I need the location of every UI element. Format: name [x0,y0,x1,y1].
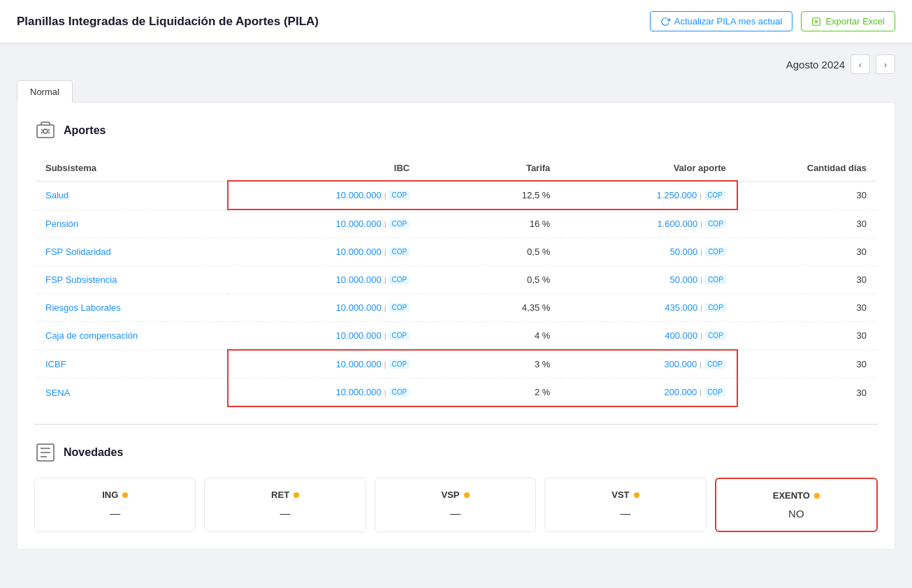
novedad-value: — [556,507,694,519]
novedad-label: VST [556,490,694,500]
table-row: Pensión10.000.000|COP16 %1.600.000|COP30 [34,210,878,238]
ibc-cell: 10.000.000|COP [228,350,421,378]
svg-point-2 [43,129,48,133]
novedad-label: EXENTO [728,490,865,501]
actualizar-button[interactable]: Actualizar PILA mes actual [650,11,793,31]
table-row: FSP Solidaridad10.000.000|COP0,5 %50.000… [34,238,878,266]
next-month-button[interactable]: › [876,54,895,74]
table-row: Caja de compensación10.000.000|COP4 %400… [34,322,878,351]
ibc-cell: 10.000.000|COP [228,210,421,238]
subsistema-cell: SENA [34,378,228,407]
novedad-card[interactable]: EXENTO NO [715,478,878,532]
valor-aporte-cell: 1.250.000|COP [561,181,737,210]
subsistema-cell: FSP Subsistencia [34,266,228,294]
status-dot [814,493,820,499]
month-label: Agosto 2024 [786,59,845,71]
tarifa-cell: 16 % [421,210,561,238]
valor-aporte-cell: 435.000|COP [561,294,737,322]
valor-aporte-cell: 50.000|COP [561,266,737,294]
header-actions: Actualizar PILA mes actual Exportar Exce… [650,11,895,31]
col-ibc: IBC [228,156,421,181]
status-dot [634,492,639,498]
tab-normal[interactable]: Normal [17,80,73,103]
tabs-bar: Normal [0,80,912,102]
cantidad-dias-cell: 30 [737,210,878,238]
novedades-header: Novedades [34,441,878,464]
col-cantidad-dias: Cantidad días [737,156,878,181]
page-title: Planillas Integradas de Liquidación de A… [17,15,319,29]
table-row: ICBF10.000.000|COP3 %300.000|COP30 [34,350,878,378]
section-divider [34,424,878,425]
subsistema-cell: Riesgos Laborales [34,294,228,322]
month-navigation: Agosto 2024 ‹ › [0,43,912,80]
novedad-label: ING [46,490,184,500]
refresh-icon [660,17,670,27]
status-dot [122,492,128,498]
ibc-cell: 10.000.000|COP [228,181,421,210]
novedades-section: Novedades ING —RET —VSP —VST —EXENTO NO [34,441,878,532]
cantidad-dias-cell: 30 [737,378,878,407]
cantidad-dias-cell: 30 [737,294,878,322]
subsistema-cell: Salud [34,181,228,210]
cantidad-dias-cell: 30 [737,181,878,210]
tarifa-cell: 4 % [421,322,561,351]
status-dot [464,492,470,498]
table-row: Salud10.000.000|COP12,5 %1.250.000|COP30 [34,181,878,210]
aportes-table-container: Subsistema IBC Tarifa Valor aporte Canti… [34,156,878,407]
ibc-cell: 10.000.000|COP [228,238,421,266]
header: Planillas Integradas de Liquidación de A… [0,0,912,43]
cantidad-dias-cell: 30 [737,350,878,378]
table-row: SENA10.000.000|COP2 %200.000|COP30 [34,378,878,407]
tarifa-cell: 0,5 % [421,238,561,266]
status-dot [294,492,299,498]
col-valor-aporte: Valor aporte [561,156,737,181]
aportes-title: Aportes [64,124,106,137]
novedad-card[interactable]: RET — [204,478,365,532]
excel-icon [811,17,821,27]
novedad-value: — [216,507,354,519]
novedad-card[interactable]: VSP — [375,478,536,532]
main-content: Aportes Subsistema IBC Tarifa Valor apor… [17,102,895,550]
exportar-button[interactable]: Exportar Excel [801,11,895,31]
subsistema-cell: ICBF [34,350,228,378]
ibc-cell: 10.000.000|COP [228,294,421,322]
valor-aporte-cell: 50.000|COP [561,238,737,266]
valor-aporte-cell: 200.000|COP [561,378,737,407]
page-wrapper: Planillas Integradas de Liquidación de A… [0,0,912,588]
ibc-cell: 10.000.000|COP [228,266,421,294]
subsistema-cell: FSP Solidaridad [34,238,228,266]
table-row: Riesgos Laborales10.000.000|COP4,35 %435… [34,294,878,322]
tarifa-cell: 4,35 % [421,294,561,322]
novedades-title: Novedades [64,446,123,459]
ibc-cell: 10.000.000|COP [228,322,421,351]
subsistema-cell: Pensión [34,210,228,238]
ibc-cell: 10.000.000|COP [228,378,421,407]
svg-rect-1 [37,125,54,138]
col-tarifa: Tarifa [421,156,561,181]
col-subsistema: Subsistema [34,156,228,181]
valor-aporte-cell: 1.600.000|COP [561,210,737,238]
prev-month-button[interactable]: ‹ [851,54,870,74]
novedad-label: RET [216,490,354,500]
novedad-card[interactable]: ING — [34,478,196,532]
table-row: FSP Subsistencia10.000.000|COP0,5 %50.00… [34,266,878,294]
subsistema-cell: Caja de compensación [34,322,228,351]
tarifa-cell: 2 % [421,378,561,407]
tarifa-cell: 0,5 % [421,266,561,294]
novedad-value: — [386,507,524,519]
aportes-table: Subsistema IBC Tarifa Valor aporte Canti… [34,156,878,407]
novedad-value: NO [728,508,865,520]
valor-aporte-cell: 300.000|COP [561,350,737,378]
aportes-icon [34,119,57,142]
tarifa-cell: 12,5 % [421,181,561,210]
tarifa-cell: 3 % [421,350,561,378]
aportes-header: Aportes [34,119,878,142]
cantidad-dias-cell: 30 [737,238,878,266]
cantidad-dias-cell: 30 [737,266,878,294]
valor-aporte-cell: 400.000|COP [561,322,737,351]
novedad-value: — [46,507,184,519]
novedades-cards: ING —RET —VSP —VST —EXENTO NO [34,478,878,532]
novedad-label: VSP [386,490,524,500]
novedades-icon [34,441,57,464]
novedad-card[interactable]: VST — [544,478,706,532]
